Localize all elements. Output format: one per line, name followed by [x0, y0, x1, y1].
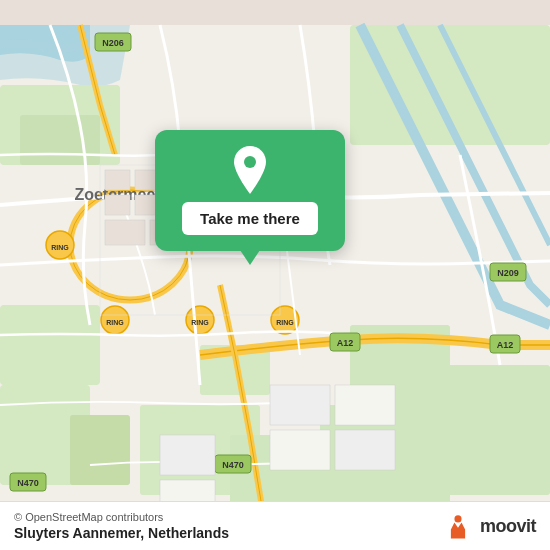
osm-attribution: © OpenStreetMap contributors — [14, 511, 229, 523]
svg-rect-38 — [105, 170, 130, 190]
popup-card: Take me there — [155, 130, 345, 251]
svg-text:N206: N206 — [102, 38, 124, 48]
location-icon-wrap — [228, 148, 272, 192]
svg-rect-48 — [335, 430, 395, 470]
svg-text:RING: RING — [191, 319, 209, 326]
map-container: N206 N209 N470 N470 A12 A12 RING RING RI… — [0, 0, 550, 550]
svg-text:RING: RING — [276, 319, 294, 326]
svg-text:RING: RING — [106, 319, 124, 326]
svg-rect-4 — [0, 305, 100, 385]
svg-text:A12: A12 — [337, 338, 354, 348]
svg-rect-43 — [105, 220, 145, 245]
svg-text:N470: N470 — [17, 478, 39, 488]
bottom-left-info: © OpenStreetMap contributors Sluyters Aa… — [14, 511, 229, 541]
svg-text:N470: N470 — [222, 460, 244, 470]
moovit-logo-icon — [442, 510, 474, 542]
svg-rect-49 — [160, 435, 215, 475]
svg-point-51 — [244, 156, 256, 168]
svg-rect-45 — [270, 385, 330, 425]
take-me-there-button[interactable]: Take me there — [182, 202, 318, 235]
svg-rect-6 — [70, 415, 130, 485]
bottom-bar: © OpenStreetMap contributors Sluyters Aa… — [0, 501, 550, 550]
svg-rect-46 — [335, 385, 395, 425]
location-pin-icon — [230, 146, 270, 194]
svg-text:A12: A12 — [497, 340, 514, 350]
svg-rect-2 — [20, 115, 100, 165]
map-background: N206 N209 N470 N470 A12 A12 RING RING RI… — [0, 0, 550, 550]
svg-point-53 — [454, 515, 461, 522]
svg-text:RING: RING — [51, 244, 69, 251]
location-name: Sluyters Aannemer, Netherlands — [14, 525, 229, 541]
svg-rect-47 — [270, 430, 330, 470]
svg-rect-10 — [440, 365, 550, 495]
svg-rect-41 — [105, 195, 130, 215]
svg-text:N209: N209 — [497, 268, 519, 278]
moovit-logo: moovit — [442, 510, 536, 542]
moovit-text: moovit — [480, 516, 536, 537]
